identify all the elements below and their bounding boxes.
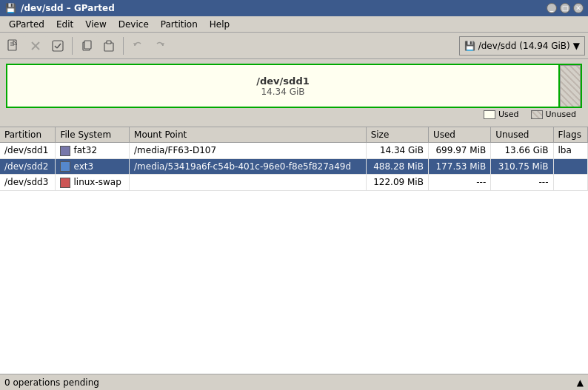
cell-flags xyxy=(553,175,587,191)
menu-partition[interactable]: Partition xyxy=(155,18,204,31)
device-selector[interactable]: 💾 /dev/sdd (14.94 GiB) ▼ xyxy=(459,36,585,56)
redo-button[interactable] xyxy=(150,36,170,56)
fs-icon-fat32 xyxy=(60,146,70,156)
cell-unused: --- xyxy=(491,175,553,191)
menu-device[interactable]: Device xyxy=(113,18,155,31)
cell-used: 699.97 MiB xyxy=(428,143,490,159)
disk-visual-area: /dev/sdd1 14.34 GiB Used Unused xyxy=(0,59,588,127)
device-disk-icon: 💾 xyxy=(464,41,475,51)
cell-flags xyxy=(553,158,587,175)
svg-rect-12 xyxy=(107,41,111,44)
table-row[interactable]: /dev/sdd2 ext3 /media/53419a6f-c54b-401c… xyxy=(0,158,588,175)
menu-edit[interactable]: Edit xyxy=(50,18,79,31)
partition-table-container: Partition File System Mount Point Size U… xyxy=(0,127,588,374)
used-color-box xyxy=(484,110,495,119)
apply-button[interactable] xyxy=(47,36,68,56)
cell-partition: /dev/sdd2 xyxy=(0,158,56,175)
cell-used: --- xyxy=(428,175,490,191)
delete-button[interactable] xyxy=(25,36,46,56)
legend-unused: Unused xyxy=(531,110,576,119)
cell-fs: linux-swap xyxy=(56,175,130,191)
close-button[interactable]: ✕ xyxy=(573,3,584,13)
col-filesystem: File System xyxy=(56,127,130,143)
copy-button[interactable] xyxy=(76,36,97,56)
partition-table: Partition File System Mount Point Size U… xyxy=(0,127,588,191)
status-text: 0 operations pending xyxy=(4,377,99,388)
svg-rect-6 xyxy=(53,41,63,51)
col-unused: Unused xyxy=(491,127,553,143)
partition-visual-label: /dev/sdd1 xyxy=(256,75,310,87)
table-row[interactable]: /dev/sdd1 fat32 /media/FF63-D107 14.34 G… xyxy=(0,143,588,159)
cell-partition: /dev/sdd3 xyxy=(0,175,56,191)
col-mountpoint: Mount Point xyxy=(130,127,367,143)
col-size: Size xyxy=(366,127,428,143)
new-button[interactable] xyxy=(3,36,24,56)
menu-gparted[interactable]: GParted xyxy=(3,18,50,31)
table-header-row: Partition File System Mount Point Size U… xyxy=(0,127,588,143)
statusbar: 0 operations pending ▲ xyxy=(0,374,588,390)
cell-partition: /dev/sdd1 xyxy=(0,143,56,159)
cell-flags: lba xyxy=(553,143,587,159)
col-used: Used xyxy=(428,127,490,143)
menubar: GParted Edit View Device Partition Help xyxy=(0,16,588,33)
toolbar-separator-1 xyxy=(72,37,73,55)
fs-icon-linux-swap xyxy=(60,178,70,188)
device-path: /dev/sdd xyxy=(478,41,517,51)
cell-size: 488.28 MiB xyxy=(366,158,428,175)
legend-used: Used xyxy=(484,110,519,119)
partition-visual-sdd1[interactable]: /dev/sdd1 14.34 GiB xyxy=(7,65,560,107)
unallocated-visual xyxy=(560,65,581,108)
col-partition: Partition xyxy=(0,127,56,143)
col-flags: Flags xyxy=(553,127,587,143)
titlebar: 💾 /dev/sdd – GParted _ □ ✕ xyxy=(0,0,588,16)
table-row[interactable]: /dev/sdd3 linux-swap 122.09 MiB --- --- xyxy=(0,175,588,191)
toolbar-separator-2 xyxy=(123,37,124,55)
used-label: Used xyxy=(498,110,519,119)
menu-help[interactable]: Help xyxy=(204,18,235,31)
cell-used: 177.53 MiB xyxy=(428,158,490,175)
partition-visual-size: 14.34 GiB xyxy=(261,87,304,97)
app-icon: 💾 xyxy=(4,2,16,14)
window-controls: _ □ ✕ xyxy=(547,3,584,13)
maximize-button[interactable]: □ xyxy=(560,3,570,13)
minimize-button[interactable]: _ xyxy=(547,3,557,13)
window-title: /dev/sdd – GParted xyxy=(21,3,542,13)
svg-rect-11 xyxy=(104,43,113,51)
fs-icon-ext3 xyxy=(60,161,70,172)
menu-view[interactable]: View xyxy=(79,18,112,31)
cell-mount: /media/FF63-D107 xyxy=(130,143,367,159)
disk-visual[interactable]: /dev/sdd1 14.34 GiB xyxy=(6,64,582,108)
status-icon: ▲ xyxy=(577,377,584,388)
svg-rect-10 xyxy=(84,41,91,49)
unused-label: Unused xyxy=(546,110,576,119)
undo-button[interactable] xyxy=(127,36,148,56)
cell-size: 14.34 GiB xyxy=(366,143,428,159)
cell-mount xyxy=(130,175,367,191)
unused-color-box xyxy=(531,110,543,119)
cell-unused: 310.75 MiB xyxy=(491,158,553,175)
cell-size: 122.09 MiB xyxy=(366,175,428,191)
cell-fs: ext3 xyxy=(56,158,130,175)
cell-mount: /media/53419a6f-c54b-401c-96e0-f8e5f827a… xyxy=(130,158,367,175)
cell-unused: 13.66 GiB xyxy=(491,143,553,159)
svg-line-8 xyxy=(57,44,61,48)
toolbar: 💾 /dev/sdd (14.94 GiB) ▼ xyxy=(0,33,588,59)
device-size: (14.94 GiB) xyxy=(519,41,569,51)
partition-legend: Used Unused xyxy=(6,108,582,122)
dropdown-icon: ▼ xyxy=(573,41,580,51)
cell-fs: fat32 xyxy=(56,143,130,159)
paste-button[interactable] xyxy=(98,36,119,56)
